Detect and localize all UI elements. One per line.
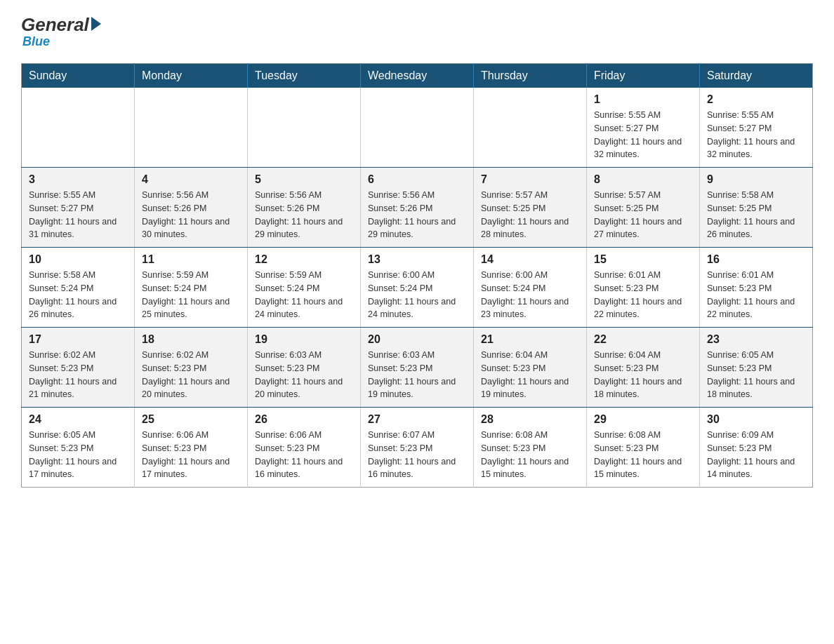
day-number: 14 — [481, 253, 579, 266]
calendar-day-cell — [22, 88, 135, 168]
day-info: Sunrise: 6:04 AMSunset: 5:23 PMDaylight:… — [594, 349, 692, 401]
calendar-day-cell: 6Sunrise: 5:56 AMSunset: 5:26 PMDaylight… — [361, 168, 474, 248]
day-info: Sunrise: 6:02 AMSunset: 5:23 PMDaylight:… — [29, 349, 127, 401]
day-number: 5 — [255, 173, 353, 186]
calendar-week-row: 17Sunrise: 6:02 AMSunset: 5:23 PMDayligh… — [22, 328, 813, 408]
day-number: 24 — [29, 413, 127, 426]
day-number: 10 — [29, 253, 127, 266]
day-info: Sunrise: 6:06 AMSunset: 5:23 PMDaylight:… — [255, 429, 353, 481]
day-info: Sunrise: 6:03 AMSunset: 5:23 PMDaylight:… — [368, 349, 466, 401]
day-info: Sunrise: 5:56 AMSunset: 5:26 PMDaylight:… — [142, 189, 240, 241]
calendar-day-cell: 19Sunrise: 6:03 AMSunset: 5:23 PMDayligh… — [248, 328, 361, 408]
calendar-day-cell — [361, 88, 474, 168]
logo-triangle-icon — [91, 17, 101, 31]
day-number: 11 — [142, 253, 240, 266]
day-number: 18 — [142, 333, 240, 346]
calendar-day-cell — [474, 88, 587, 168]
day-info: Sunrise: 6:00 AMSunset: 5:24 PMDaylight:… — [481, 269, 579, 321]
day-info: Sunrise: 5:55 AMSunset: 5:27 PMDaylight:… — [707, 109, 805, 161]
day-number: 17 — [29, 333, 127, 346]
day-info: Sunrise: 6:06 AMSunset: 5:23 PMDaylight:… — [142, 429, 240, 481]
day-info: Sunrise: 6:05 AMSunset: 5:23 PMDaylight:… — [29, 429, 127, 481]
day-number: 9 — [707, 173, 805, 186]
day-number: 8 — [594, 173, 692, 186]
day-of-week-header: Friday — [587, 64, 700, 88]
calendar-day-cell: 2Sunrise: 5:55 AMSunset: 5:27 PMDaylight… — [700, 88, 813, 168]
calendar-day-cell: 12Sunrise: 5:59 AMSunset: 5:24 PMDayligh… — [248, 248, 361, 328]
day-of-week-header: Saturday — [700, 64, 813, 88]
calendar-day-cell — [135, 88, 248, 168]
logo-blue-text: Blue — [22, 34, 50, 49]
day-number: 15 — [594, 253, 692, 266]
day-of-week-header: Monday — [135, 64, 248, 88]
calendar-day-cell — [248, 88, 361, 168]
calendar-day-cell: 4Sunrise: 5:56 AMSunset: 5:26 PMDaylight… — [135, 168, 248, 248]
calendar-day-cell: 8Sunrise: 5:57 AMSunset: 5:25 PMDaylight… — [587, 168, 700, 248]
calendar-week-row: 3Sunrise: 5:55 AMSunset: 5:27 PMDaylight… — [22, 168, 813, 248]
calendar-day-cell: 15Sunrise: 6:01 AMSunset: 5:23 PMDayligh… — [587, 248, 700, 328]
day-number: 21 — [481, 333, 579, 346]
logo-general-text: General — [21, 14, 89, 36]
page-header: General Blue — [21, 14, 813, 49]
day-number: 6 — [368, 173, 466, 186]
day-info: Sunrise: 5:58 AMSunset: 5:25 PMDaylight:… — [707, 189, 805, 241]
day-info: Sunrise: 6:07 AMSunset: 5:23 PMDaylight:… — [368, 429, 466, 481]
day-number: 22 — [594, 333, 692, 346]
calendar-day-cell: 7Sunrise: 5:57 AMSunset: 5:25 PMDaylight… — [474, 168, 587, 248]
day-number: 26 — [255, 413, 353, 426]
day-info: Sunrise: 5:58 AMSunset: 5:24 PMDaylight:… — [29, 269, 127, 321]
day-number: 1 — [594, 93, 692, 106]
day-info: Sunrise: 6:05 AMSunset: 5:23 PMDaylight:… — [707, 349, 805, 401]
day-info: Sunrise: 5:56 AMSunset: 5:26 PMDaylight:… — [368, 189, 466, 241]
day-number: 19 — [255, 333, 353, 346]
day-info: Sunrise: 6:08 AMSunset: 5:23 PMDaylight:… — [481, 429, 579, 481]
calendar-day-cell: 18Sunrise: 6:02 AMSunset: 5:23 PMDayligh… — [135, 328, 248, 408]
calendar-day-cell: 30Sunrise: 6:09 AMSunset: 5:23 PMDayligh… — [700, 408, 813, 488]
calendar-week-row: 24Sunrise: 6:05 AMSunset: 5:23 PMDayligh… — [22, 408, 813, 488]
calendar-day-cell: 24Sunrise: 6:05 AMSunset: 5:23 PMDayligh… — [22, 408, 135, 488]
day-info: Sunrise: 5:57 AMSunset: 5:25 PMDaylight:… — [594, 189, 692, 241]
calendar-week-row: 10Sunrise: 5:58 AMSunset: 5:24 PMDayligh… — [22, 248, 813, 328]
calendar-day-cell: 29Sunrise: 6:08 AMSunset: 5:23 PMDayligh… — [587, 408, 700, 488]
calendar-week-row: 1Sunrise: 5:55 AMSunset: 5:27 PMDaylight… — [22, 88, 813, 168]
calendar-day-cell: 20Sunrise: 6:03 AMSunset: 5:23 PMDayligh… — [361, 328, 474, 408]
calendar-day-cell: 27Sunrise: 6:07 AMSunset: 5:23 PMDayligh… — [361, 408, 474, 488]
calendar-day-cell: 5Sunrise: 5:56 AMSunset: 5:26 PMDaylight… — [248, 168, 361, 248]
day-info: Sunrise: 6:02 AMSunset: 5:23 PMDaylight:… — [142, 349, 240, 401]
day-info: Sunrise: 6:09 AMSunset: 5:23 PMDaylight:… — [707, 429, 805, 481]
calendar-day-cell: 10Sunrise: 5:58 AMSunset: 5:24 PMDayligh… — [22, 248, 135, 328]
day-number: 20 — [368, 333, 466, 346]
calendar-day-cell: 14Sunrise: 6:00 AMSunset: 5:24 PMDayligh… — [474, 248, 587, 328]
calendar-table: SundayMondayTuesdayWednesdayThursdayFrid… — [21, 63, 813, 488]
day-info: Sunrise: 6:03 AMSunset: 5:23 PMDaylight:… — [255, 349, 353, 401]
calendar-day-cell: 26Sunrise: 6:06 AMSunset: 5:23 PMDayligh… — [248, 408, 361, 488]
calendar-day-cell: 21Sunrise: 6:04 AMSunset: 5:23 PMDayligh… — [474, 328, 587, 408]
day-number: 4 — [142, 173, 240, 186]
day-of-week-header: Sunday — [22, 64, 135, 88]
day-info: Sunrise: 5:56 AMSunset: 5:26 PMDaylight:… — [255, 189, 353, 241]
calendar-day-cell: 3Sunrise: 5:55 AMSunset: 5:27 PMDaylight… — [22, 168, 135, 248]
day-info: Sunrise: 5:59 AMSunset: 5:24 PMDaylight:… — [255, 269, 353, 321]
calendar-day-cell: 28Sunrise: 6:08 AMSunset: 5:23 PMDayligh… — [474, 408, 587, 488]
calendar-header-row: SundayMondayTuesdayWednesdayThursdayFrid… — [22, 64, 813, 88]
day-info: Sunrise: 6:01 AMSunset: 5:23 PMDaylight:… — [707, 269, 805, 321]
day-info: Sunrise: 6:08 AMSunset: 5:23 PMDaylight:… — [594, 429, 692, 481]
calendar-day-cell: 17Sunrise: 6:02 AMSunset: 5:23 PMDayligh… — [22, 328, 135, 408]
calendar-day-cell: 25Sunrise: 6:06 AMSunset: 5:23 PMDayligh… — [135, 408, 248, 488]
day-info: Sunrise: 5:59 AMSunset: 5:24 PMDaylight:… — [142, 269, 240, 321]
day-info: Sunrise: 5:57 AMSunset: 5:25 PMDaylight:… — [481, 189, 579, 241]
calendar-day-cell: 23Sunrise: 6:05 AMSunset: 5:23 PMDayligh… — [700, 328, 813, 408]
day-info: Sunrise: 6:04 AMSunset: 5:23 PMDaylight:… — [481, 349, 579, 401]
day-number: 29 — [594, 413, 692, 426]
calendar-day-cell: 1Sunrise: 5:55 AMSunset: 5:27 PMDaylight… — [587, 88, 700, 168]
day-number: 23 — [707, 333, 805, 346]
day-info: Sunrise: 6:01 AMSunset: 5:23 PMDaylight:… — [594, 269, 692, 321]
day-of-week-header: Tuesday — [248, 64, 361, 88]
day-number: 12 — [255, 253, 353, 266]
day-info: Sunrise: 5:55 AMSunset: 5:27 PMDaylight:… — [594, 109, 692, 161]
day-of-week-header: Thursday — [474, 64, 587, 88]
calendar-day-cell: 13Sunrise: 6:00 AMSunset: 5:24 PMDayligh… — [361, 248, 474, 328]
calendar-day-cell: 22Sunrise: 6:04 AMSunset: 5:23 PMDayligh… — [587, 328, 700, 408]
day-number: 25 — [142, 413, 240, 426]
day-number: 30 — [707, 413, 805, 426]
